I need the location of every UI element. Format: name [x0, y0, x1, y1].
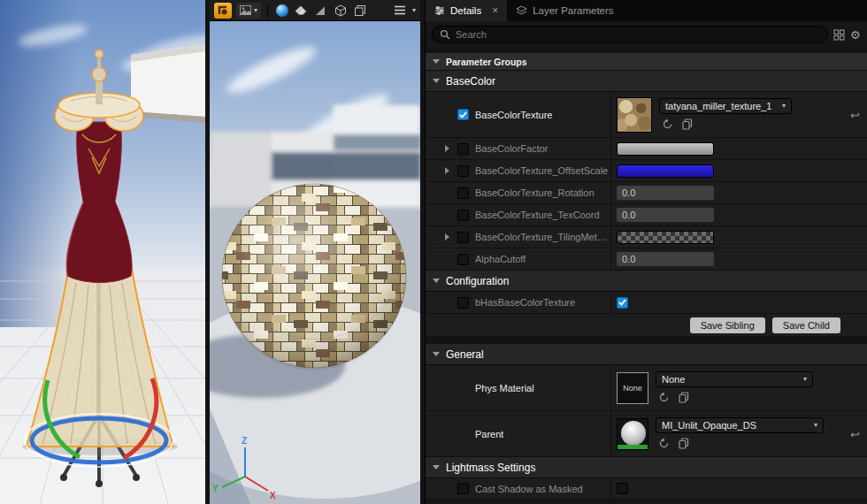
eraser-button[interactable]	[294, 3, 309, 18]
param-label: Parent	[475, 429, 503, 439]
falloff-icon	[315, 5, 326, 16]
discoball-scene[interactable]: Z Y X	[210, 21, 420, 504]
offsetscale-checkbox[interactable]	[457, 165, 469, 177]
tab-details-label: Details	[450, 5, 481, 16]
axis-y-label: Y	[212, 484, 219, 493]
configuration-section-header[interactable]: Configuration	[426, 271, 867, 292]
expander-arrow-icon[interactable]	[445, 233, 449, 241]
texcoord-checkbox[interactable]	[457, 210, 469, 221]
panel-filler	[426, 500, 867, 504]
chevron-down-icon: ▾	[254, 7, 257, 14]
param-label: BaseColorTexture_OffsetScale	[475, 165, 608, 176]
layers-button[interactable]	[352, 3, 367, 18]
rotation-checkbox[interactable]	[457, 187, 469, 199]
menu-chevron-icon: ▾	[412, 7, 416, 14]
collapse-arrow-icon	[433, 279, 440, 283]
cube-button[interactable]	[333, 3, 348, 18]
unreal-editor-window: ▾	[0, 0, 867, 504]
viewport-menu-button[interactable]	[393, 3, 408, 18]
alphacutoff-checkbox[interactable]	[457, 254, 469, 265]
param-label: BaseColorTexture_Rotation	[475, 187, 595, 198]
close-icon[interactable]: ×	[492, 4, 498, 17]
texture-thumbnail[interactable]	[617, 97, 652, 133]
numeric-value: 0.0	[622, 210, 635, 220]
tilingmethod-checkbox[interactable]	[457, 232, 469, 243]
collapse-arrow-icon	[433, 59, 440, 64]
basecolor-section-label: BaseColor	[446, 75, 495, 88]
param-label: Phys Material	[475, 383, 534, 393]
phys-combo-value: None	[662, 374, 685, 385]
expander-arrow-icon[interactable]	[445, 167, 449, 174]
rotation-value-field[interactable]: 0.0	[617, 186, 714, 200]
settings-gear-icon[interactable]: ⚙	[850, 28, 861, 42]
bhas-enable-checkbox[interactable]	[457, 297, 469, 309]
browse-to-asset-icon[interactable]	[680, 118, 694, 131]
basecolortexture-checkbox[interactable]	[457, 109, 469, 120]
expander-arrow-icon[interactable]	[445, 145, 449, 152]
phys-material-combobox[interactable]: None ▾	[656, 371, 813, 387]
param-label: BaseColorFactor	[475, 143, 549, 154]
use-selected-asset-icon[interactable]	[661, 118, 674, 131]
basecolorfactor-checkbox[interactable]	[457, 143, 469, 155]
viewport-discoball[interactable]: ▾	[210, 0, 420, 504]
select-tool-icon	[218, 5, 228, 16]
texture-combobox[interactable]: tatyana_miller_texture_1 ▾	[659, 98, 792, 114]
browse-to-asset-icon[interactable]	[677, 437, 690, 450]
search-input-wrapper[interactable]	[432, 26, 828, 43]
use-selected-asset-icon[interactable]	[657, 437, 671, 450]
parameter-groups-label: Parameter Groups	[446, 57, 527, 67]
color-swatch-blue[interactable]	[617, 164, 714, 178]
lightmass-section-header[interactable]: Lightmass Settings	[426, 457, 867, 478]
browse-to-asset-icon[interactable]	[677, 391, 690, 404]
numeric-value: 0.0	[622, 187, 635, 198]
numeric-value: 0.0	[622, 254, 635, 264]
alphacutoff-value-field[interactable]: 0.0	[617, 252, 714, 266]
brush-texture-dropdown[interactable]: ▾	[236, 3, 261, 19]
parent-combobox[interactable]: MI_Unlit_Opaque_DS ▾	[656, 417, 824, 433]
color-swatch-gray[interactable]	[617, 142, 714, 156]
param-label: BaseColorTexture_TilingMethod	[475, 232, 610, 242]
select-tool-button[interactable]	[214, 3, 232, 19]
details-panel: Details × Layer Parameters	[425, 0, 867, 504]
phys-material-thumbnail[interactable]: None	[617, 372, 648, 404]
disco-ball[interactable]	[222, 184, 406, 370]
param-label: BaseColorTexture_TexCoord	[475, 210, 600, 220]
view-options-icon[interactable]	[833, 29, 845, 41]
eraser-icon	[295, 5, 308, 16]
texcoord-value-field[interactable]: 0.0	[617, 208, 714, 222]
layer-stack-icon	[516, 5, 527, 16]
parameter-groups-header[interactable]: Parameter Groups	[426, 53, 867, 71]
general-section-header[interactable]: General	[426, 344, 867, 365]
row-phys-material: Phys Material None None ▾	[426, 365, 867, 411]
spacer	[426, 337, 867, 344]
save-child-button[interactable]: Save Child	[772, 317, 840, 333]
basecolor-section-header[interactable]: BaseColor	[426, 71, 867, 92]
dress-scene	[0, 0, 205, 504]
chevron-down-icon: ▾	[803, 376, 807, 383]
texture-combo-value: tatyana_miller_texture_1	[665, 101, 771, 111]
tiling-swatch[interactable]	[617, 231, 714, 244]
parent-material-thumbnail[interactable]	[617, 418, 648, 450]
row-offsetscale: BaseColorTexture_OffsetScale	[426, 160, 867, 182]
falloff-button[interactable]	[313, 3, 328, 18]
search-input[interactable]	[456, 29, 820, 40]
param-label: Cast Shadow as Masked	[475, 484, 583, 494]
reset-to-default-icon[interactable]: ↩	[850, 109, 860, 120]
lightmass-section-label: Lightmass Settings	[446, 462, 535, 474]
layers-icon	[354, 4, 366, 17]
paint-toolbar: ▾	[210, 0, 420, 21]
use-selected-asset-icon[interactable]	[657, 391, 671, 404]
viewport-dress[interactable]	[0, 0, 205, 504]
cast-shadow-value-checkbox[interactable]	[617, 483, 628, 494]
tab-layer-parameters[interactable]: Layer Parameters	[507, 0, 622, 21]
bhas-value-checkbox[interactable]	[617, 297, 628, 309]
param-label: AlphaCutoff	[475, 254, 526, 264]
reset-to-default-icon[interactable]: ↩	[850, 428, 860, 439]
row-texcoord: BaseColorTexture_TexCoord 0.0	[426, 204, 867, 226]
search-icon	[440, 29, 450, 40]
cube-icon	[334, 4, 347, 17]
cast-shadow-enable-checkbox[interactable]	[457, 483, 469, 494]
save-sibling-button[interactable]: Save Sibling	[690, 317, 765, 333]
tab-details[interactable]: Details ×	[426, 0, 507, 21]
sphere-brush-button[interactable]	[274, 3, 289, 18]
